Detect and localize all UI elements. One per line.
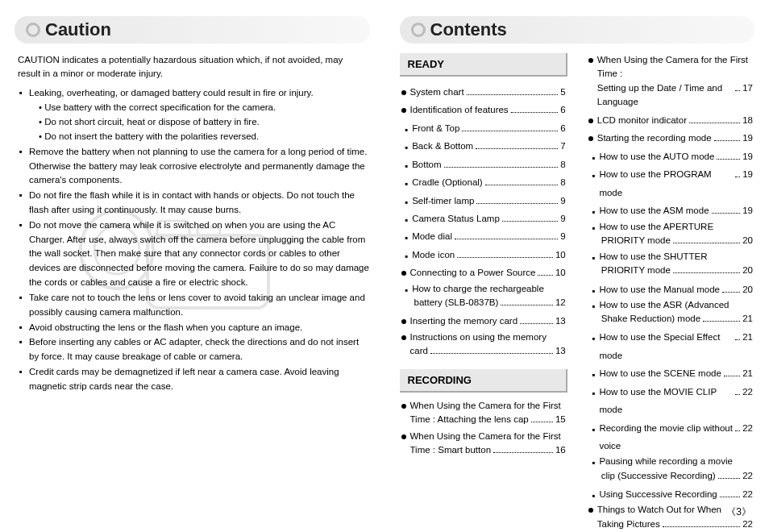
toc-label: How to use the AUTO mode [599, 148, 714, 165]
toc-label: battery (SLB-0837B) [414, 296, 499, 310]
toc-leader-dots [511, 112, 559, 113]
bullet-square-icon: ■ [592, 426, 596, 435]
toc-page-number: 9 [560, 210, 565, 227]
toc-leader-dots [712, 213, 741, 214]
toc-leader-dots [476, 148, 558, 149]
toc-label: Connecting to a Power Source [410, 264, 536, 281]
toc-item: ■Mode icon10 [401, 246, 566, 264]
toc-label: When Using the Camera for the First [410, 430, 561, 443]
toc-label: Taking Pictures [597, 517, 660, 531]
toc-column-2: When Using the Camera for the First Time… [587, 53, 754, 532]
contents-title: Contents [400, 16, 755, 44]
toc-page-number: 21 [742, 312, 753, 326]
bullet-circle-icon [588, 136, 593, 141]
caution-item: Remove the battery when not planning to … [19, 145, 370, 188]
toc-page-number: 19 [742, 148, 753, 165]
toc-page-number: 7 [560, 137, 565, 155]
toc-page-number: 10 [555, 246, 566, 264]
caution-item: Do not fire the flash while it is in con… [19, 189, 370, 218]
toc-label: How to use the SHUTTER [599, 250, 707, 264]
toc-leader-dots [735, 177, 740, 177]
toc-leader-dots [735, 90, 740, 91]
toc-page-number: 8 [560, 173, 565, 191]
bullet-square-icon: ■ [592, 459, 596, 467]
bullet-square-icon: ■ [405, 234, 409, 243]
toc-item: ■How to use the Manual mode20 [588, 281, 753, 298]
toc-item: Starting the recording mode19 [588, 129, 753, 147]
toc-label: How to use the MOVIE CLIP mode [599, 383, 733, 419]
bullet-square-icon: ■ [592, 389, 596, 399]
toc-label: Things to Watch Out for When [597, 503, 721, 517]
caution-intro: CAUTION indicates a potentially hazardou… [18, 53, 367, 81]
bullet-circle-icon [401, 319, 406, 324]
toc-page-number: 15 [555, 413, 566, 426]
bullet-square-icon: ■ [592, 225, 596, 232]
toc-leader-dots [735, 394, 740, 395]
toc-leader-dots [538, 275, 552, 276]
toc-leader-dots [673, 243, 740, 243]
toc-leader-dots [718, 478, 741, 479]
bullet-circle-icon [588, 118, 593, 123]
toc-label: When Using the Camera for the First [410, 399, 561, 413]
toc-label: PRIORITY mode [601, 264, 671, 277]
caution-item: Credit cards may be demagnetized if left… [19, 365, 370, 394]
bullet-square-icon: ■ [592, 492, 596, 501]
toc-leader-dots [485, 185, 559, 185]
toc-item: ■Recording the movie clip without voice2… [588, 419, 753, 455]
toc-item: ■How to use the ASM mode19 [588, 202, 753, 219]
toc-page-number: 20 [742, 281, 753, 298]
toc-label: Cradle (Optional) [412, 173, 483, 191]
toc-label: How to use the Manual mode [599, 281, 720, 298]
bullet-square-icon: ■ [592, 335, 596, 344]
bullet-circle-icon [588, 508, 593, 513]
toc-item: ■Front & Top6 [401, 119, 566, 137]
toc-page-number: 16 [555, 443, 566, 457]
toc-label: Front & Top [412, 119, 459, 137]
bullet-circle-icon [401, 271, 406, 276]
toc-leader-dots [531, 422, 553, 422]
toc-item: Instructions on using the memorycard13 [401, 330, 566, 359]
toc-page-number: 5 [560, 83, 565, 101]
toc-label: LCD monitor indicator [597, 111, 687, 129]
toc-item: ■Pausing while recording a movieclip (Su… [588, 455, 753, 483]
toc-page-number: 19 [742, 202, 753, 219]
toc-page-number: 22 [742, 383, 753, 401]
toc-leader-dots [444, 167, 559, 168]
toc-page-number: 9 [560, 192, 565, 210]
toc-columns: READYSystem chart5Identification of feat… [400, 53, 755, 532]
toc-item: Inserting the memory card13 [401, 312, 566, 330]
toc-label: How to use the ASR (Advanced [599, 298, 729, 312]
bullet-square-icon: ■ [405, 126, 409, 135]
toc-item: When Using the Camera for the FirstTime … [401, 430, 566, 458]
toc-label: Camera Status Lamp [412, 210, 500, 227]
toc-leader-dots [735, 430, 740, 431]
toc-section-heading: READY [400, 53, 567, 77]
toc-item: Identification of features6 [401, 101, 566, 118]
bullet-circle-icon [401, 404, 406, 409]
toc-label: How to use the Special Effect mode [599, 328, 733, 364]
toc-label: Starting the recording mode [597, 129, 712, 147]
toc-label: Recording the movie clip without voice [599, 419, 733, 455]
toc-page-number: 12 [555, 296, 566, 310]
toc-leader-dots [457, 257, 553, 258]
toc-leader-dots [430, 353, 553, 354]
toc-leader-dots [462, 131, 558, 131]
contents-panel: Contents READYSystem chart5Identificatio… [385, 16, 755, 500]
caution-subitem: • Do not short circuit, heat or dispose … [39, 115, 370, 130]
toc-item: ■How to charge the rechargeablebattery (… [401, 282, 566, 310]
toc-item: When Using the Camera for the First Time… [588, 53, 753, 109]
toc-leader-dots [689, 123, 740, 123]
bullet-square-icon: ■ [405, 198, 409, 208]
bullet-circle-icon [401, 434, 406, 439]
bullet-circle-icon [588, 58, 593, 63]
bullet-square-icon: ■ [592, 303, 596, 310]
caution-item: Avoid obstructing the lens or the flash … [19, 321, 370, 335]
toc-leader-dots [455, 239, 558, 239]
toc-leader-dots [502, 221, 559, 222]
toc-label: Inserting the memory card [410, 312, 518, 330]
toc-item: ■Self-timer lamp9 [401, 192, 566, 210]
toc-item: ■How to use the AUTO mode19 [588, 148, 753, 165]
toc-page-number: 19 [742, 129, 753, 147]
toc-leader-dots [663, 526, 740, 527]
toc-page-number: 10 [555, 264, 566, 281]
